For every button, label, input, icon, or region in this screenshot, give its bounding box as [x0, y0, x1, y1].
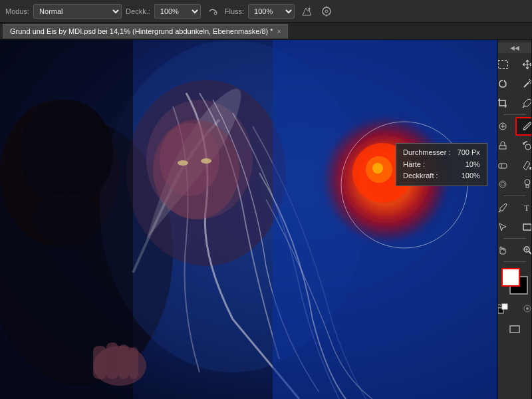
- history-brush-tool[interactable]: [515, 136, 533, 155]
- shape-tool[interactable]: [515, 217, 533, 236]
- target-btn[interactable]: [319, 3, 334, 19]
- tab-close-btn[interactable]: ×: [277, 28, 281, 35]
- svg-point-44: [525, 144, 531, 150]
- deckraft-select[interactable]: 100%: [154, 4, 201, 19]
- foreground-color-swatch[interactable]: [501, 268, 520, 287]
- tab-title: Grund und Eis by MDI.psd bei 14,1% (Hint…: [10, 27, 273, 35]
- tool-row-4: [497, 117, 532, 136]
- svg-point-49: [501, 182, 505, 186]
- svg-point-1: [309, 7, 311, 9]
- tool-row-5: [497, 136, 532, 155]
- painting-background: [0, 40, 497, 399]
- tool-row-2: [497, 74, 532, 93]
- svg-rect-45: [499, 164, 507, 168]
- lasso-tool[interactable]: [497, 74, 515, 93]
- svg-rect-31: [129, 347, 138, 379]
- svg-point-0: [214, 12, 217, 15]
- dodge-tool[interactable]: [515, 175, 533, 194]
- svg-line-37: [531, 81, 532, 82]
- canvas-area[interactable]: Durchmesser : 700 Px Härte : 10% Deckkra…: [0, 40, 497, 399]
- svg-point-17: [178, 160, 188, 166]
- tool-row-1: [497, 55, 532, 74]
- eyedropper-tool[interactable]: [515, 94, 533, 112]
- svg-point-47: [529, 167, 532, 170]
- crop-tool[interactable]: [497, 94, 515, 112]
- tools-divider-4: [503, 261, 526, 262]
- fluss-select[interactable]: 100%: [248, 4, 295, 19]
- svg-line-34: [524, 82, 529, 87]
- svg-rect-51: [526, 185, 529, 188]
- tools-divider-3: [503, 238, 526, 239]
- svg-rect-54: [523, 224, 531, 230]
- magic-wand-tool[interactable]: [515, 74, 533, 93]
- pen-tool[interactable]: [497, 198, 515, 217]
- svg-rect-32: [498, 61, 507, 68]
- svg-line-52: [499, 211, 500, 212]
- marquee-rect-tool[interactable]: [497, 55, 515, 74]
- brush-tool[interactable]: [515, 117, 533, 136]
- tools-collapse-btn[interactable]: ◀◀: [498, 43, 531, 53]
- tools-divider-1: [503, 114, 526, 115]
- svg-point-62: [526, 307, 529, 310]
- svg-point-26: [33, 193, 100, 246]
- move-tool[interactable]: [515, 55, 533, 74]
- quick-mask-btn[interactable]: [515, 299, 533, 318]
- tool-row-7: [497, 175, 532, 194]
- svg-text:T: T: [524, 203, 529, 213]
- tool-row-8: T: [497, 198, 532, 217]
- svg-point-50: [525, 180, 530, 185]
- svg-rect-29: [106, 342, 118, 379]
- svg-point-18: [201, 158, 211, 164]
- stamp-tool[interactable]: [497, 136, 515, 155]
- svg-point-3: [325, 10, 328, 13]
- painting: Durchmesser : 700 Px Härte : 10% Deckkra…: [0, 40, 497, 399]
- svg-rect-30: [118, 344, 129, 379]
- screen-mode-btn[interactable]: [503, 320, 527, 338]
- modus-label: Modus:: [5, 7, 29, 15]
- modus-select[interactable]: NormalAuflösenAbdunkelnMultiplizierenFar…: [33, 4, 122, 19]
- tool-row-9: [497, 217, 532, 236]
- svg-point-24: [372, 163, 383, 174]
- tool-row-screen: [503, 320, 527, 338]
- svg-rect-43: [499, 146, 506, 149]
- healing-brush-tool[interactable]: [497, 117, 515, 136]
- tool-row-3: [497, 94, 532, 112]
- eraser-tool[interactable]: [497, 156, 515, 174]
- airbrush-btn[interactable]: [205, 3, 221, 19]
- tool-row-extra: [497, 299, 532, 318]
- text-tool[interactable]: T: [515, 198, 533, 217]
- svg-rect-60: [502, 304, 507, 309]
- path-select-tool[interactable]: [497, 217, 515, 236]
- paint-bucket-tool[interactable]: [515, 156, 533, 174]
- tools-panel: ◀◀: [497, 40, 532, 399]
- svg-line-39: [523, 106, 524, 108]
- deckraft-label: Deckk.:: [126, 7, 150, 15]
- tab-bar: Grund und Eis by MDI.psd bei 14,1% (Hint…: [0, 23, 532, 40]
- tool-row-6: [497, 156, 532, 174]
- svg-rect-28: [93, 346, 106, 379]
- pressure-btn[interactable]: [299, 3, 315, 19]
- top-toolbar: Modus: NormalAuflösenAbdunkelnMultiplizi…: [0, 0, 532, 23]
- fluss-label: Fluss:: [225, 7, 244, 15]
- main-area: Durchmesser : 700 Px Härte : 10% Deckkra…: [0, 40, 532, 399]
- svg-line-56: [529, 251, 531, 254]
- tools-divider-2: [503, 196, 526, 196]
- svg-rect-63: [510, 326, 519, 332]
- tool-row-10: [497, 241, 532, 259]
- svg-line-36: [529, 79, 530, 80]
- document-tab[interactable]: Grund und Eis by MDI.psd bei 14,1% (Hint…: [3, 24, 288, 39]
- default-colors-btn[interactable]: [497, 299, 515, 318]
- hand-tool[interactable]: [497, 241, 515, 259]
- blur-tool[interactable]: [497, 175, 515, 194]
- svg-point-2: [323, 7, 331, 15]
- zoom-tool[interactable]: [515, 241, 533, 259]
- color-swatch-area: [500, 267, 529, 296]
